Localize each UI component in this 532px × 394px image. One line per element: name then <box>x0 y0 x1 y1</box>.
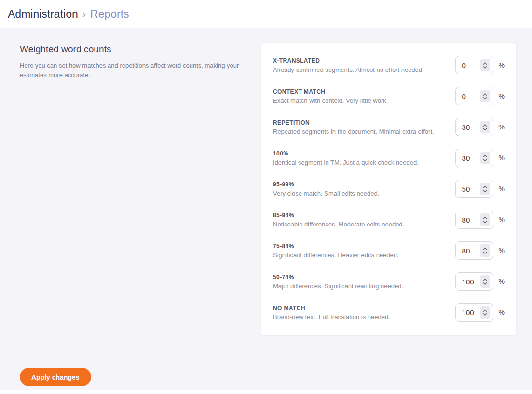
breadcrumb-reports[interactable]: Reports <box>90 8 129 21</box>
match-category-description: Exact match with context. Very little wo… <box>273 97 448 104</box>
weight-input-wrap <box>455 211 493 229</box>
weight-input-wrap <box>455 241 493 260</box>
match-category-description: Repeated segments in the document. Minim… <box>273 128 448 135</box>
content-area: Weighted word counts Here you can set ho… <box>0 28 532 390</box>
stepper-icon[interactable] <box>480 213 490 226</box>
admin-reports-page: Administration › Reports Weighted word c… <box>0 0 532 394</box>
stepper-icon[interactable] <box>480 306 490 319</box>
weight-input-wrap <box>455 180 493 198</box>
stepper-icon[interactable] <box>480 59 490 71</box>
weight-input-wrap <box>455 272 493 291</box>
weight-row: 95-99% Very close match. Small edits nee… <box>273 180 505 198</box>
match-category-description: Significant differences. Heavier edits n… <box>273 252 448 259</box>
weight-input-wrap <box>455 87 493 105</box>
stepper-icon[interactable] <box>480 244 490 257</box>
weighted-word-counts-card: X-TRANSLATED Already confirmed segments.… <box>261 42 517 336</box>
percent-unit: % <box>499 185 505 193</box>
weight-row: 75-84% Significant differences. Heavier … <box>273 241 505 260</box>
match-category-label: CONTEXT MATCH <box>273 88 448 95</box>
weight-row: 100% Identical segment in TM. Just a qui… <box>273 149 505 167</box>
breadcrumb: Administration › Reports <box>8 8 129 21</box>
match-category-label: 50-74% <box>273 274 448 281</box>
stepper-icon[interactable] <box>480 183 490 195</box>
percent-unit: % <box>499 278 505 285</box>
match-category-description: Identical segment in TM. Just a quick ch… <box>273 159 448 166</box>
weight-input-wrap <box>455 118 493 136</box>
match-category-label: 85-94% <box>273 212 448 219</box>
percent-unit: % <box>499 309 505 316</box>
weight-row: 85-94% Noticeable differences. Moderate … <box>273 211 505 229</box>
match-category-description: Already confirmed segments. Almost no ef… <box>273 66 448 73</box>
match-category-description: Brand-new text. Full translation is need… <box>273 313 448 321</box>
weight-row: X-TRANSLATED Already confirmed segments.… <box>273 56 505 74</box>
percent-unit: % <box>499 247 505 254</box>
percent-unit: % <box>499 61 505 69</box>
stepper-icon[interactable] <box>480 121 490 133</box>
stepper-icon[interactable] <box>480 152 490 164</box>
weight-row: 50-74% Major differences. Significant re… <box>273 272 505 291</box>
match-category-description: Noticeable differences. Moderate edits n… <box>273 221 448 228</box>
match-category-label: 100% <box>273 150 448 157</box>
percent-unit: % <box>499 216 505 224</box>
match-category-label: NO MATCH <box>273 305 448 311</box>
match-category-description: Major differences. Significant rewriting… <box>273 282 448 290</box>
breadcrumb-administration[interactable]: Administration <box>8 8 78 21</box>
match-category-label: 75-84% <box>273 243 448 250</box>
stepper-icon[interactable] <box>480 90 490 102</box>
match-category-label: 95-99% <box>273 181 448 188</box>
match-category-label: REPETITION <box>273 119 448 126</box>
match-category-description: Very close match. Small edits needed. <box>273 190 448 197</box>
page-title: Weighted word counts <box>20 44 246 55</box>
bottom-strip <box>0 390 532 394</box>
chevron-right-icon: › <box>82 8 86 21</box>
page-description: Here you can set how matches and repetit… <box>20 61 246 80</box>
weight-row: NO MATCH Brand-new text. Full translatio… <box>273 303 505 322</box>
weight-row: REPETITION Repeated segments in the docu… <box>273 118 505 136</box>
weight-input-wrap <box>455 149 493 167</box>
percent-unit: % <box>499 154 505 162</box>
percent-unit: % <box>499 92 505 100</box>
weight-input-wrap <box>455 303 493 322</box>
weight-input-wrap <box>455 56 493 74</box>
stepper-icon[interactable] <box>480 275 490 288</box>
match-category-label: X-TRANSLATED <box>273 57 448 64</box>
apply-changes-button[interactable]: Apply changes <box>20 368 91 386</box>
percent-unit: % <box>499 123 505 131</box>
footer-divider <box>20 351 513 351</box>
top-header: Administration › Reports <box>0 0 532 28</box>
section-intro: Weighted word counts Here you can set ho… <box>20 42 261 80</box>
weight-row: CONTEXT MATCH Exact match with context. … <box>273 87 505 105</box>
